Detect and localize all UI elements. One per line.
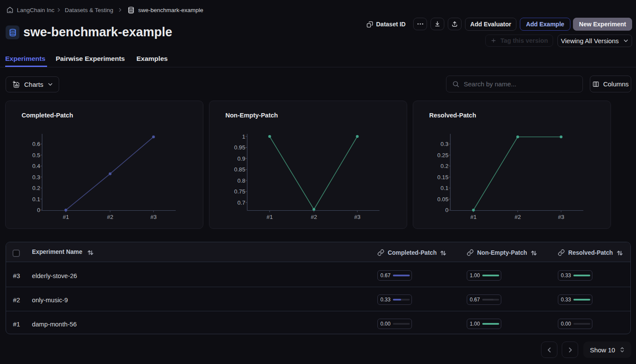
svg-text:0.75: 0.75 — [234, 188, 245, 195]
svg-text:1: 1 — [242, 133, 245, 140]
svg-text:#1: #1 — [266, 214, 273, 220]
svg-text:0.85: 0.85 — [234, 166, 245, 173]
svg-text:#3: #3 — [558, 214, 564, 220]
svg-text:0: 0 — [445, 207, 448, 213]
svg-text:0.05: 0.05 — [437, 196, 449, 203]
svg-text:0.3: 0.3 — [440, 141, 448, 147]
svg-text:0.95: 0.95 — [234, 144, 245, 151]
svg-text:0.1: 0.1 — [32, 196, 40, 203]
svg-text:0.8: 0.8 — [237, 177, 245, 184]
svg-text:0.15: 0.15 — [437, 174, 449, 180]
svg-text:#1: #1 — [470, 214, 477, 220]
svg-text:#1: #1 — [63, 214, 69, 220]
svg-text:#2: #2 — [515, 214, 521, 220]
svg-text:0: 0 — [37, 207, 40, 213]
svg-text:0.7: 0.7 — [237, 199, 245, 206]
svg-text:0.2: 0.2 — [440, 163, 448, 169]
svg-text:#2: #2 — [311, 214, 317, 220]
svg-text:#3: #3 — [354, 214, 361, 220]
svg-text:0.5: 0.5 — [32, 152, 40, 158]
svg-text:0.1: 0.1 — [440, 185, 448, 191]
svg-text:0.3: 0.3 — [32, 174, 40, 180]
svg-text:0.9: 0.9 — [237, 155, 245, 162]
svg-text:#3: #3 — [150, 214, 157, 220]
svg-text:0.2: 0.2 — [32, 185, 40, 191]
svg-text:0.4: 0.4 — [32, 163, 40, 169]
svg-text:#2: #2 — [107, 214, 114, 220]
svg-text:0.25: 0.25 — [437, 152, 449, 158]
svg-text:0.6: 0.6 — [32, 141, 40, 147]
